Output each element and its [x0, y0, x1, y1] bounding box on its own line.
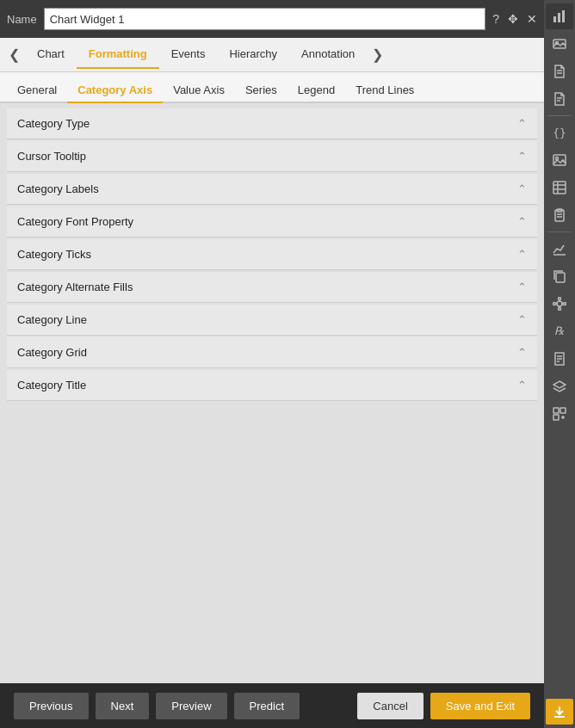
svg-rect-35	[560, 408, 566, 413]
header: Name ? ✥ ✕	[0, 0, 544, 38]
svg-point-24	[553, 303, 556, 305]
table-icon[interactable]	[546, 175, 573, 201]
svg-point-21	[557, 301, 562, 306]
file-text-icon[interactable]	[546, 86, 573, 112]
previous-button[interactable]: Previous	[14, 693, 89, 719]
main-area: Name ? ✥ ✕ ❮ Chart Formatting Events Hie…	[0, 0, 544, 728]
chart-line-icon[interactable]	[546, 236, 573, 262]
chevron-icon: ⌃	[517, 117, 527, 130]
chevron-icon: ⌃	[517, 215, 527, 228]
widget-name-input[interactable]	[44, 8, 486, 30]
document-icon[interactable]	[546, 59, 573, 84]
section-category-labels[interactable]: Category Labels ⌃	[7, 174, 537, 205]
subtab-value-axis[interactable]: Value Axis	[163, 78, 235, 103]
svg-rect-20	[556, 273, 565, 282]
svg-point-25	[564, 303, 566, 305]
subtab-category-axis[interactable]: Category Axis	[67, 78, 163, 103]
section-label: Cursor Tooltip	[17, 150, 86, 163]
chevron-icon: ⌃	[517, 150, 527, 163]
svg-rect-36	[553, 415, 559, 420]
chart-bar-icon[interactable]	[546, 3, 573, 29]
section-label: Category Ticks	[17, 248, 91, 261]
svg-point-10	[556, 157, 559, 160]
sub-tabs: General Category Axis Value Axis Series …	[0, 72, 544, 103]
section-label: Category Grid	[17, 346, 87, 359]
section-cursor-tooltip[interactable]: Cursor Tooltip ⌃	[7, 141, 537, 172]
svg-rect-34	[553, 408, 559, 413]
section-label: Category Font Property	[17, 215, 133, 228]
svg-point-23	[559, 308, 561, 311]
move-icon[interactable]: ✥	[508, 12, 518, 26]
section-label: Category Line	[17, 313, 87, 326]
report-icon[interactable]	[546, 346, 573, 372]
cancel-button[interactable]: Cancel	[357, 693, 423, 719]
tab-chart[interactable]: Chart	[25, 40, 77, 69]
svg-rect-11	[553, 182, 566, 194]
image-gallery-icon[interactable]	[546, 31, 573, 57]
grid-plus-icon[interactable]	[546, 401, 573, 427]
section-category-line[interactable]: Category Line ⌃	[7, 305, 537, 336]
section-label: Category Type	[17, 117, 90, 130]
photo-icon[interactable]	[546, 147, 573, 173]
header-icons: ? ✥ ✕	[492, 12, 537, 26]
tab-hierarchy[interactable]: Hierarchy	[217, 40, 289, 69]
section-category-ticks[interactable]: Category Ticks ⌃	[7, 239, 537, 270]
name-label: Name	[7, 13, 37, 26]
sections-list: Category Type ⌃ Cursor Tooltip ⌃ Categor…	[0, 103, 544, 683]
section-category-type[interactable]: Category Type ⌃	[7, 108, 537, 139]
tab-annotation[interactable]: Annotation	[289, 40, 367, 69]
top-nav: ❮ Chart Formatting Events Hierarchy Anno…	[0, 38, 544, 72]
layers-icon[interactable]	[546, 373, 573, 399]
subtab-legend[interactable]: Legend	[288, 78, 345, 103]
separator-2	[547, 231, 572, 232]
predict-button[interactable]: Predict	[234, 693, 300, 719]
chevron-icon: ⌃	[517, 379, 527, 392]
svg-rect-2	[562, 10, 565, 22]
svg-rect-0	[553, 16, 556, 22]
section-category-title[interactable]: Category Title ⌃	[7, 370, 537, 401]
download-icon[interactable]	[546, 699, 573, 725]
section-category-grid[interactable]: Category Grid ⌃	[7, 337, 537, 368]
section-category-font-property[interactable]: Category Font Property ⌃	[7, 207, 537, 238]
tab-events[interactable]: Events	[159, 40, 218, 69]
svg-point-22	[559, 298, 561, 300]
network-icon[interactable]	[546, 291, 573, 317]
clipboard-icon[interactable]	[546, 202, 573, 228]
bottom-bar: Previous Next Preview Predict Cancel Sav…	[0, 683, 544, 728]
right-sidebar: {} ℞	[544, 0, 575, 728]
copy-icon[interactable]	[546, 263, 573, 289]
section-label: Category Labels	[17, 182, 99, 195]
section-category-alternate-fills[interactable]: Category Alternate Fills ⌃	[7, 272, 537, 303]
section-label: Category Alternate Fills	[17, 281, 133, 293]
chevron-icon: ⌃	[517, 281, 527, 293]
code-braces-icon[interactable]: {}	[546, 120, 573, 145]
section-label: Category Title	[17, 379, 86, 392]
chevron-icon: ⌃	[517, 346, 527, 359]
close-icon[interactable]: ✕	[527, 12, 537, 26]
subtab-series[interactable]: Series	[235, 78, 288, 103]
separator-1	[547, 115, 572, 116]
chevron-icon: ⌃	[517, 248, 527, 261]
preview-button[interactable]: Preview	[156, 693, 226, 719]
next-button[interactable]: Next	[96, 693, 150, 719]
subtab-trend-lines[interactable]: Trend Lines	[345, 78, 424, 103]
nav-next-arrow[interactable]: ❯	[367, 46, 388, 63]
help-icon[interactable]: ?	[492, 12, 499, 26]
svg-rect-1	[558, 13, 560, 22]
rx-icon[interactable]: ℞	[546, 318, 573, 344]
save-exit-button[interactable]: Save and Exit	[430, 693, 530, 719]
tab-formatting[interactable]: Formatting	[77, 40, 159, 69]
subtab-general[interactable]: General	[7, 78, 67, 103]
nav-prev-arrow[interactable]: ❮	[3, 46, 25, 63]
chevron-icon: ⌃	[517, 182, 527, 195]
svg-marker-33	[553, 381, 566, 388]
chevron-icon: ⌃	[517, 313, 527, 326]
